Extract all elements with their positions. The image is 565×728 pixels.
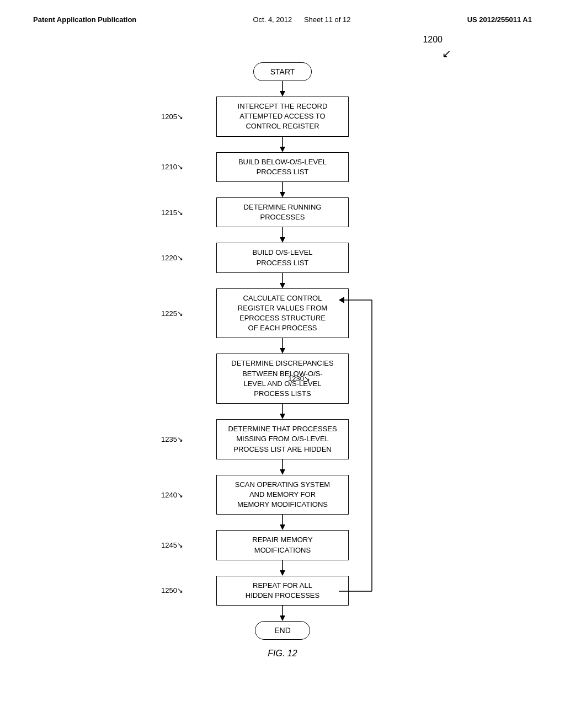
arrow-9: [277, 515, 288, 530]
svg-marker-13: [280, 414, 285, 419]
node-1205: INTERCEPT THE RECORDATTEMPTED ACCESS TOC…: [216, 97, 349, 137]
arrow-6: [277, 338, 288, 354]
svg-marker-17: [280, 524, 285, 530]
header-publication-label: Patent Application Publication: [33, 15, 136, 24]
diagram-label: 1200: [423, 35, 443, 45]
label-1230: 1230↘: [288, 374, 310, 383]
arrow-1: [277, 81, 288, 97]
node-1250: REPEAT FOR ALLHIDDEN PROCESSES: [216, 576, 349, 606]
node-1245: REPAIR MEMORYMODIFICATIONS: [216, 530, 349, 560]
node-1210-row: 1210↘ BUILD BELOW-O/S-LEVELPROCESS LIST: [89, 152, 476, 182]
svg-marker-15: [280, 469, 285, 475]
arrow-11: [277, 606, 288, 621]
arrow-10: [277, 560, 288, 576]
node-1235-row: 1235↘ DETERMINE THAT PROCESSESMISSING FR…: [89, 419, 476, 459]
svg-marker-7: [280, 237, 285, 243]
node-1210: BUILD BELOW-O/S-LEVELPROCESS LIST: [216, 152, 349, 182]
svg-marker-9: [280, 283, 285, 288]
node-1235: DETERMINE THAT PROCESSESMISSING FROM O/S…: [216, 419, 349, 459]
node-1215: DETERMINE RUNNINGPROCESSES: [216, 197, 349, 227]
arrow-5: [277, 273, 288, 288]
header-sheet: Sheet 11 of 12: [304, 15, 351, 24]
node-1230: DETERMINE DISCREPANCIESBETWEEN BELOW-O/S…: [216, 354, 349, 404]
header: Patent Application Publication Oct. 4, 2…: [0, 0, 565, 29]
node-start-row: START: [89, 62, 476, 81]
label-1235: 1235↘: [161, 435, 183, 443]
node-end: END: [255, 621, 310, 640]
arrow-8: [277, 459, 288, 475]
node-1250-row: 1250↘ REPEAT FOR ALLHIDDEN PROCESSES: [89, 576, 476, 606]
node-1220: BUILD O/S-LEVELPROCESS LIST: [216, 243, 349, 272]
node-1215-row: 1215↘ DETERMINE RUNNINGPROCESSES: [89, 197, 476, 227]
node-end-row: END: [89, 621, 476, 640]
node-1245-row: 1245↘ REPAIR MEMORYMODIFICATIONS: [89, 530, 476, 560]
page: Patent Application Publication Oct. 4, 2…: [0, 0, 565, 728]
node-1250-container: 1250↘ REPEAT FOR ALLHIDDEN PROCESSES: [89, 576, 476, 606]
svg-marker-25: [280, 615, 285, 621]
label-1215: 1215↘: [161, 208, 183, 217]
fig-label: FIG. 12: [268, 649, 297, 658]
header-patent-number: US 2012/255011 A1: [467, 15, 532, 24]
header-date: Oct. 4, 2012 Sheet 11 of 12: [253, 15, 350, 24]
svg-marker-19: [280, 570, 285, 576]
node-start: START: [253, 62, 312, 81]
arrow-2: [277, 137, 288, 152]
arrow-7: [277, 404, 288, 419]
diagram-label-arrow: ↙: [442, 47, 451, 60]
svg-marker-11: [280, 348, 285, 354]
node-1225: CALCULATE CONTROLREGISTER VALUES FROMEPR…: [216, 288, 349, 339]
svg-marker-5: [280, 192, 285, 197]
label-1250: 1250↘: [161, 586, 183, 595]
node-1230-row: 1230↘ DETERMINE DISCREPANCIESBETWEEN BEL…: [216, 354, 349, 404]
svg-marker-1: [280, 91, 285, 97]
label-1245: 1245↘: [161, 541, 183, 549]
node-1225-row: 1225↘ CALCULATE CONTROLREGISTER VALUES F…: [89, 288, 476, 339]
figure-caption: FIG. 12: [268, 649, 297, 659]
node-1205-row: 1205↘ INTERCEPT THE RECORDATTEMPTED ACCE…: [89, 97, 476, 137]
node-1220-row: 1220↘ BUILD O/S-LEVELPROCESS LIST: [89, 243, 476, 272]
node-1240: SCAN OPERATING SYSTEMAND MEMORY FORMEMOR…: [216, 475, 349, 515]
label-1225: 1225↘: [161, 309, 183, 318]
header-date-text: Oct. 4, 2012: [253, 15, 292, 24]
flowchart-wrapper: 1200 ↙ START 1205↘ INTERCEPT THE RECORDA…: [89, 29, 476, 659]
label-1205: 1205↘: [161, 113, 183, 121]
arrow-4: [277, 227, 288, 243]
arrow-3: [277, 182, 288, 197]
label-1210: 1210↘: [161, 163, 183, 171]
svg-marker-3: [280, 147, 285, 152]
node-1230-container: 1230↘ DETERMINE DISCREPANCIESBETWEEN BEL…: [216, 354, 349, 404]
node-1240-row: 1240↘ SCAN OPERATING SYSTEMAND MEMORY FO…: [89, 475, 476, 515]
label-1240: 1240↘: [161, 491, 183, 499]
label-1220: 1220↘: [161, 254, 183, 262]
